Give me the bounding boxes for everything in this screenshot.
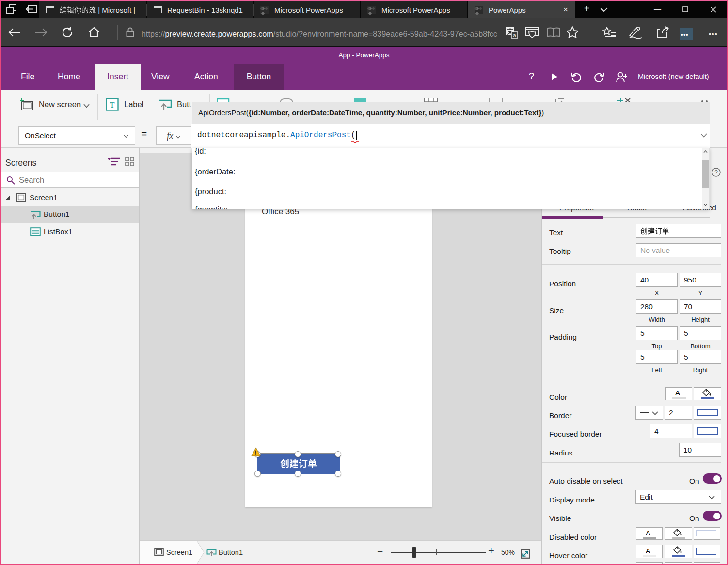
svg-text:T: T: [110, 100, 114, 110]
svg-text:a: a: [513, 32, 516, 38]
svg-text:?: ?: [714, 169, 718, 176]
